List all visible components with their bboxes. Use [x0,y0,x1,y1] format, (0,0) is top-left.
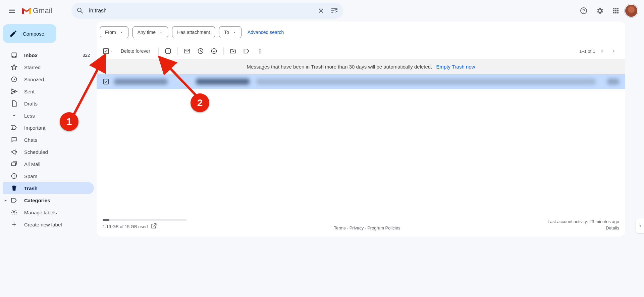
activity-details-link[interactable]: Details [548,225,619,230]
sidebar-item-label: All Mail [24,161,90,167]
compose-button[interactable]: Compose [3,24,56,43]
report-spam-button[interactable] [161,44,175,58]
sidebar-item-label: Manage labels [24,210,90,215]
sidebar-item-sent[interactable]: Sent [3,85,94,97]
support-button[interactable] [577,4,590,17]
snooze-button[interactable] [194,44,207,58]
sidebar-item-label: Spam [24,173,90,179]
report-spam-icon [165,48,171,54]
mail-icon [184,48,191,54]
toolbar-right: 1–1 of 1 [579,46,619,56]
message-sender-redacted [114,79,168,85]
inbox-count: 322 [83,53,90,58]
tune-icon [330,7,338,15]
sidebar-item-label: Scheduled [24,149,90,155]
sidebar: Compose Inbox 322 Starred Snoozed Sent [0,22,97,297]
search-button[interactable] [73,4,87,17]
empty-trash-now-link[interactable]: Empty Trash now [436,64,475,70]
main-menu-button[interactable] [4,3,20,19]
gear-small-icon [11,209,17,216]
sidebar-item-label: Snoozed [24,77,90,82]
chip-label: From [105,30,116,35]
chevron-up-icon [11,112,17,119]
program-policies-link[interactable]: Program Policies [367,225,400,230]
add-to-tasks-button[interactable] [207,44,221,58]
select-all-menu[interactable] [109,48,115,54]
next-page-button[interactable] [608,46,619,56]
chevron-left-icon [598,48,605,54]
hamburger-icon [8,7,16,15]
gear-icon [596,7,604,15]
chat-icon [11,136,17,143]
plus-icon [11,221,17,228]
sidebar-item-create-label[interactable]: Create new label [3,218,94,230]
svg-point-7 [259,49,260,50]
more-button[interactable] [253,44,267,58]
sidebar-item-inbox[interactable]: Inbox 322 [3,49,94,61]
header-left: Gmail [4,3,52,19]
chip-label: To [224,30,229,35]
checkbox-checked-icon [103,78,109,85]
sidebar-item-snoozed[interactable]: Snoozed [3,73,94,85]
banner-message: Messages that have been in Trash more th… [247,64,432,70]
sidebar-item-scheduled[interactable]: Scheduled [3,146,94,158]
search-input[interactable] [87,8,314,14]
sidebar-item-less[interactable]: Less [3,110,94,122]
settings-button[interactable] [593,4,606,17]
search-icon [76,7,84,15]
chip-to[interactable]: To [219,26,241,38]
chevron-left-icon [638,224,642,228]
move-to-button[interactable] [226,44,240,58]
advanced-search-link[interactable]: Advanced search [248,30,284,35]
sidebar-item-spam[interactable]: Spam [3,170,94,182]
clock-icon [197,48,204,54]
chevron-right-icon [610,48,617,54]
google-apps-button[interactable] [609,4,623,17]
sidebar-item-chats[interactable]: Chats [3,134,94,146]
labels-button[interactable] [240,44,253,58]
toolbar: Delete forever 1–1 of 1 [97,43,625,59]
filter-chips-row: From Any time Has attachment To Advanced… [97,22,625,43]
message-checkbox[interactable] [103,78,109,85]
sidebar-item-drafts[interactable]: Drafts [3,97,94,110]
clear-search-button[interactable] [314,4,328,17]
sidebar-item-manage-labels[interactable]: Manage labels [3,206,94,218]
mark-unread-button[interactable] [180,44,194,58]
sidebar-item-important[interactable]: Important [3,122,94,134]
label-icon [243,48,250,54]
terms-link[interactable]: Terms [334,225,345,230]
sidebar-item-label: Create new label [24,222,90,227]
sidebar-item-trash[interactable]: Trash [3,182,94,194]
message-snippet-redacted [256,79,596,85]
chip-has-attachment[interactable]: Has attachment [172,26,215,38]
delete-forever-button[interactable]: Delete forever [115,48,156,54]
side-panel-toggle[interactable] [636,218,644,233]
sidebar-item-categories[interactable]: Categories [3,194,94,206]
chip-from[interactable]: From [100,26,128,38]
prev-page-button[interactable] [596,46,607,56]
privacy-link[interactable]: Privacy [350,225,364,230]
main-area: From Any time Has attachment To Advanced… [97,22,644,297]
search-options-button[interactable] [328,4,341,17]
activity-text: Last account activity: 23 minutes ago [548,219,619,224]
sidebar-item-label: Drafts [24,101,90,107]
caret-down-icon [232,30,236,34]
spam-icon [11,173,17,179]
message-row[interactable] [97,74,625,89]
sidebar-item-label: Important [24,125,90,131]
sidebar-item-starred[interactable]: Starred [3,61,94,73]
sidebar-item-all-mail[interactable]: All Mail [3,158,94,170]
select-all-checkbox[interactable] [103,48,109,54]
storage-manage-link[interactable] [150,223,157,230]
account-avatar[interactable] [625,5,637,17]
search-bar [71,3,343,19]
file-icon [11,100,17,107]
chip-label: Has attachment [177,30,210,35]
gmail-logo[interactable]: Gmail [21,6,52,15]
footer-activity: Last account activity: 23 minutes ago De… [548,219,619,230]
add-task-icon [211,48,217,54]
checkbox-checked-icon [103,48,109,54]
pagination-text: 1–1 of 1 [579,49,595,54]
chip-any-time[interactable]: Any time [132,26,168,38]
header: Gmail [0,0,644,22]
